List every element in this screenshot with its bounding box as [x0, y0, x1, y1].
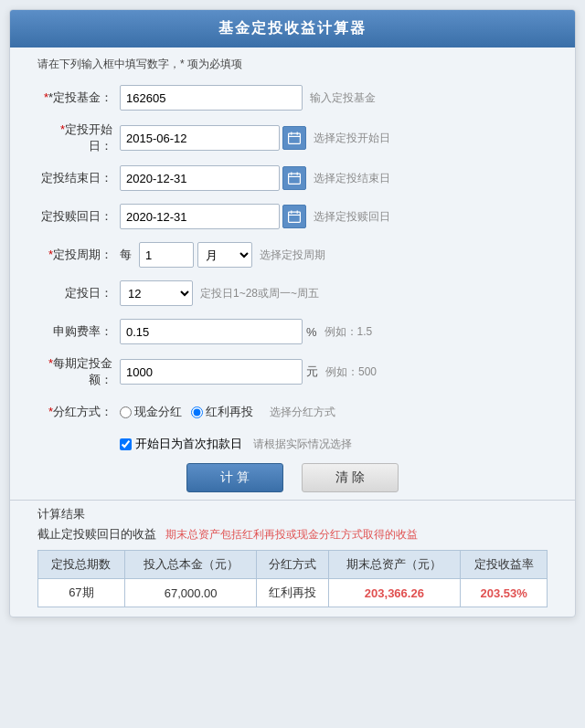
- fee-hint: 例如：1.5: [324, 324, 373, 340]
- dividend-row: *分红方式： 现金分红 红利再投 选择分红方式: [37, 397, 548, 427]
- day-label: 定投日：: [37, 285, 120, 301]
- redeem-date-hint: 选择定投赎回日: [314, 209, 390, 225]
- amount-hint: 例如：500: [325, 364, 377, 380]
- col-header-total-assets: 期末总资产（元）: [328, 551, 461, 579]
- fund-input[interactable]: [120, 85, 303, 111]
- end-date-row: 定投结束日： 选择定投结束日: [37, 164, 548, 193]
- period-number-input[interactable]: [139, 242, 194, 268]
- col-header-principal: 投入总本金（元）: [124, 551, 257, 579]
- dividend-cash-option[interactable]: 现金分红: [120, 404, 182, 420]
- cell-periods: 67期: [38, 579, 125, 607]
- cell-dividend-mode: 红利再投: [257, 579, 328, 607]
- period-mei-label: 每: [120, 247, 132, 263]
- clear-button[interactable]: 清 除: [302, 463, 399, 492]
- fee-row: 申购费率： % 例如：1.5: [37, 317, 548, 346]
- day-select[interactable]: 12 12345 678910 11131415: [120, 280, 193, 306]
- cell-total-assets: 203,366.26: [328, 579, 461, 607]
- result-data-row: 67期 67,000.00 红利再投 203,366.26 203.53%: [38, 579, 548, 607]
- start-date-row: *定投开始日： 选择定投开始日: [37, 121, 548, 154]
- dividend-radio-group: 现金分红 红利再投 选择分红方式: [120, 404, 335, 420]
- period-inputs: 每 月 周: [120, 242, 252, 268]
- result-subtitle-row: 截止定投赎回日的收益 期末总资产包括红利再投或现金分红方式取得的收益: [37, 526, 548, 543]
- first-payment-checkbox-label[interactable]: 开始日为首次扣款日: [120, 436, 242, 452]
- col-header-return-rate: 定投收益率: [461, 551, 548, 579]
- result-section: 计算结果 截止定投赎回日的收益 期末总资产包括红利再投或现金分红方式取得的收益 …: [10, 500, 575, 607]
- dividend-cash-radio[interactable]: [120, 406, 132, 418]
- cell-principal: 67,000.00: [124, 579, 257, 607]
- period-label: *定投周期：: [37, 247, 120, 263]
- svg-rect-4: [289, 174, 301, 184]
- amount-unit: 元: [306, 364, 318, 380]
- cell-return-rate: 203.53%: [461, 579, 548, 607]
- form-area: **定投基金： 输入定投基金 *定投开始日： 选择定投开始日 定投结束日： 选择…: [10, 78, 575, 492]
- calc-button[interactable]: 计 算: [186, 463, 283, 492]
- end-date-calendar-icon[interactable]: [282, 166, 306, 190]
- col-header-periods: 定投总期数: [38, 551, 125, 579]
- dividend-reinvest-option[interactable]: 红利再投: [191, 404, 253, 420]
- day-hint: 定投日1~28或周一~周五: [200, 286, 319, 301]
- dividend-label: *分红方式：: [37, 404, 120, 420]
- svg-rect-8: [289, 212, 301, 222]
- fee-label: 申购费率：: [37, 323, 120, 340]
- period-hint: 选择定投周期: [260, 248, 325, 263]
- amount-row: *每期定投金额： 元 例如：500: [37, 355, 548, 388]
- fund-hint: 输入定投基金: [310, 90, 376, 106]
- start-date-input[interactable]: [120, 125, 280, 151]
- result-subtitle-label: 截止定投赎回日的收益: [37, 526, 156, 543]
- page-title: 基金定投收益计算器: [10, 10, 575, 47]
- fee-unit: %: [306, 325, 317, 339]
- period-unit-select[interactable]: 月 周: [197, 242, 252, 268]
- redeem-date-input[interactable]: [120, 204, 280, 229]
- day-row: 定投日： 12 12345 678910 11131415 定投日1~28或周一…: [37, 279, 548, 308]
- subtitle-text: 请在下列输入框中填写数字，* 项为必填项: [10, 47, 575, 78]
- start-date-label: *定投开始日：: [37, 121, 120, 154]
- first-payment-checkbox[interactable]: [120, 438, 132, 450]
- fund-row: **定投基金： 输入定投基金: [37, 83, 548, 112]
- fee-input[interactable]: [120, 319, 303, 344]
- result-note: 期末总资产包括红利再投或现金分红方式取得的收益: [165, 527, 418, 543]
- result-table: 定投总期数 投入总本金（元） 分红方式 期末总资产（元） 定投收益率 67期 6…: [37, 550, 548, 607]
- fund-label: **定投基金：: [37, 90, 120, 106]
- dividend-hint: 选择分红方式: [270, 405, 335, 420]
- start-date-calendar-icon[interactable]: [282, 126, 306, 150]
- result-table-body: 67期 67,000.00 红利再投 203,366.26 203.53%: [38, 579, 548, 607]
- main-container: 基金定投收益计算器 请在下列输入框中填写数字，* 项为必填项 **定投基金： 输…: [9, 9, 576, 617]
- redeem-date-calendar-icon[interactable]: [282, 205, 306, 228]
- col-header-dividend: 分红方式: [257, 551, 328, 579]
- result-table-header-row: 定投总期数 投入总本金（元） 分红方式 期末总资产（元） 定投收益率: [38, 551, 548, 579]
- end-date-label: 定投结束日：: [37, 170, 120, 186]
- redeem-date-label: 定投赎回日：: [37, 208, 120, 225]
- start-date-hint: 选择定投开始日: [314, 131, 390, 146]
- result-section-title: 计算结果: [37, 506, 548, 522]
- checkbox-hint: 请根据实际情况选择: [253, 437, 352, 452]
- checkbox-row: 开始日为首次扣款日 请根据实际情况选择: [37, 436, 548, 452]
- period-row: *定投周期： 每 月 周 选择定投周期: [37, 240, 548, 269]
- end-date-input[interactable]: [120, 165, 280, 191]
- redeem-date-row: 定投赎回日： 选择定投赎回日: [37, 202, 548, 231]
- button-row: 计 算 清 除: [37, 463, 548, 492]
- dividend-reinvest-radio[interactable]: [191, 406, 203, 418]
- svg-rect-0: [289, 133, 301, 143]
- end-date-hint: 选择定投结束日: [314, 171, 390, 186]
- amount-label: *每期定投金额：: [37, 355, 120, 388]
- result-table-head: 定投总期数 投入总本金（元） 分红方式 期末总资产（元） 定投收益率: [38, 551, 548, 579]
- amount-input[interactable]: [120, 359, 303, 385]
